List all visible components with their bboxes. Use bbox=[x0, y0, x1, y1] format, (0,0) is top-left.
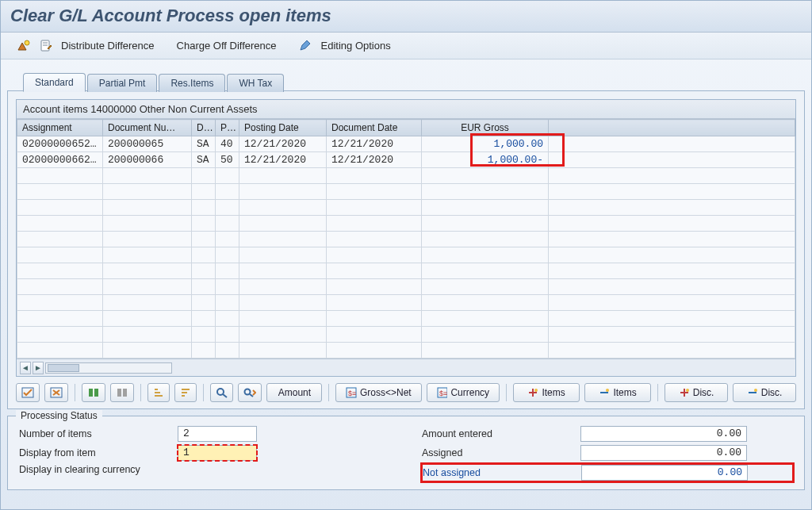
table-horizontal-scrollbar[interactable]: ◄ ► bbox=[17, 359, 795, 376]
table-cell-empty[interactable] bbox=[103, 263, 192, 279]
table-cell-empty[interactable] bbox=[239, 295, 327, 311]
table-cell-empty[interactable] bbox=[103, 295, 192, 311]
table-row[interactable]: 02000000652…200000065SA4012/21/202012/21… bbox=[17, 136, 795, 152]
table-cell-empty[interactable] bbox=[192, 311, 216, 327]
table-cell-empty[interactable] bbox=[192, 263, 216, 279]
table-cell-empty[interactable] bbox=[239, 279, 327, 295]
table-cell-empty[interactable] bbox=[239, 327, 327, 343]
table-cell-empty[interactable] bbox=[549, 295, 795, 311]
items-add-button[interactable]: Items bbox=[513, 383, 580, 402]
table-cell[interactable]: 1,000.00 bbox=[422, 136, 549, 152]
table-cell-empty[interactable] bbox=[549, 200, 795, 216]
deselect-all-button[interactable] bbox=[44, 383, 68, 402]
table-cell-empty[interactable] bbox=[327, 327, 422, 343]
table-cell-empty[interactable] bbox=[103, 279, 192, 295]
table-cell-empty[interactable] bbox=[192, 343, 216, 359]
table-cell-empty[interactable] bbox=[192, 232, 216, 247]
table-cell[interactable] bbox=[549, 136, 795, 152]
table-row[interactable]: 02000000662…200000066SA5012/21/202012/21… bbox=[17, 152, 795, 168]
table-cell-empty[interactable] bbox=[216, 295, 239, 311]
table-cell-empty[interactable] bbox=[549, 311, 795, 327]
distribute-difference-button[interactable]: Distribute Difference bbox=[61, 40, 155, 52]
table-row-empty[interactable] bbox=[17, 343, 795, 359]
items-remove-button[interactable]: Items bbox=[584, 383, 651, 402]
disc-remove-button[interactable]: Disc. bbox=[733, 383, 796, 402]
scroll-right-icon[interactable]: ► bbox=[33, 362, 44, 374]
table-cell-empty[interactable] bbox=[422, 168, 549, 184]
table-cell-empty[interactable] bbox=[549, 279, 795, 295]
sort-descending-button[interactable] bbox=[174, 383, 197, 402]
table-row-empty[interactable] bbox=[17, 279, 795, 295]
table-cell-empty[interactable] bbox=[549, 216, 795, 232]
edit-document-icon[interactable] bbox=[39, 39, 53, 53]
table-cell[interactable]: 02000000652… bbox=[17, 136, 103, 152]
table-cell-empty[interactable] bbox=[103, 343, 192, 359]
col-eur-gross[interactable]: EUR Gross bbox=[422, 120, 549, 136]
table-cell-empty[interactable] bbox=[216, 343, 239, 359]
table-cell[interactable]: 200000065 bbox=[103, 136, 192, 152]
table-cell-empty[interactable] bbox=[17, 216, 103, 232]
table-cell-empty[interactable] bbox=[327, 311, 422, 327]
table-cell-empty[interactable] bbox=[216, 184, 239, 200]
table-cell-empty[interactable] bbox=[239, 184, 327, 200]
tab-partial-pmt[interactable]: Partial Pmt bbox=[87, 74, 158, 92]
table-cell[interactable]: 40 bbox=[216, 136, 239, 152]
table-cell-empty[interactable] bbox=[239, 168, 327, 184]
table-cell-empty[interactable] bbox=[216, 327, 239, 343]
not-assigned-label[interactable]: Not assigned bbox=[423, 467, 581, 478]
items-table[interactable]: Assignment Document Nu… D… P… Posting Da… bbox=[17, 119, 795, 359]
table-row-empty[interactable] bbox=[17, 311, 795, 327]
table-cell-empty[interactable] bbox=[549, 327, 795, 343]
table-row-empty[interactable] bbox=[17, 327, 795, 343]
find-next-button[interactable] bbox=[238, 383, 262, 402]
sort-ascending-button[interactable] bbox=[147, 383, 170, 402]
table-cell-empty[interactable] bbox=[192, 200, 216, 216]
table-cell-empty[interactable] bbox=[327, 168, 422, 184]
col-posting-date[interactable]: Posting Date bbox=[239, 120, 327, 136]
table-cell[interactable]: 12/21/2020 bbox=[327, 136, 422, 152]
table-cell-empty[interactable] bbox=[17, 311, 103, 327]
table-cell-empty[interactable] bbox=[422, 216, 549, 232]
table-cell-empty[interactable] bbox=[192, 295, 216, 311]
table-cell-empty[interactable] bbox=[103, 247, 192, 263]
table-cell[interactable]: SA bbox=[192, 136, 216, 152]
table-cell-empty[interactable] bbox=[327, 184, 422, 200]
table-cell-empty[interactable] bbox=[103, 200, 192, 216]
table-cell-empty[interactable] bbox=[192, 327, 216, 343]
table-cell[interactable]: 1,000.00- bbox=[422, 152, 549, 168]
table-cell-empty[interactable] bbox=[216, 311, 239, 327]
tab-standard[interactable]: Standard bbox=[23, 73, 86, 92]
table-row-empty[interactable] bbox=[17, 232, 795, 247]
table-cell-empty[interactable] bbox=[239, 247, 327, 263]
table-cell-empty[interactable] bbox=[422, 295, 549, 311]
table-cell-empty[interactable] bbox=[327, 263, 422, 279]
table-row-empty[interactable] bbox=[17, 263, 795, 279]
table-cell-empty[interactable] bbox=[549, 232, 795, 247]
activate-items-button[interactable] bbox=[82, 383, 105, 402]
tab-res-items[interactable]: Res.Items bbox=[159, 74, 225, 92]
select-all-button[interactable] bbox=[16, 383, 40, 402]
table-cell-empty[interactable] bbox=[192, 168, 216, 184]
table-cell-empty[interactable] bbox=[17, 247, 103, 263]
table-cell-empty[interactable] bbox=[192, 247, 216, 263]
col-document-date[interactable]: Document Date bbox=[327, 120, 422, 136]
table-cell-empty[interactable] bbox=[422, 200, 549, 216]
table-cell[interactable] bbox=[549, 152, 795, 168]
table-cell-empty[interactable] bbox=[17, 279, 103, 295]
table-cell-empty[interactable] bbox=[192, 279, 216, 295]
table-cell-empty[interactable] bbox=[422, 263, 549, 279]
col-assignment[interactable]: Assignment bbox=[17, 120, 103, 136]
table-cell-empty[interactable] bbox=[17, 184, 103, 200]
table-row-empty[interactable] bbox=[17, 247, 795, 263]
disc-add-button[interactable]: Disc. bbox=[665, 383, 728, 402]
table-cell-empty[interactable] bbox=[327, 247, 422, 263]
table-cell-empty[interactable] bbox=[17, 200, 103, 216]
table-cell-empty[interactable] bbox=[103, 168, 192, 184]
scroll-left-icon[interactable]: ◄ bbox=[20, 362, 31, 374]
table-cell[interactable]: 12/21/2020 bbox=[239, 136, 327, 152]
table-cell-empty[interactable] bbox=[17, 168, 103, 184]
table-cell-empty[interactable] bbox=[422, 232, 549, 247]
table-row-empty[interactable] bbox=[17, 295, 795, 311]
table-cell-empty[interactable] bbox=[17, 263, 103, 279]
editing-options-button[interactable]: Editing Options bbox=[321, 40, 391, 52]
